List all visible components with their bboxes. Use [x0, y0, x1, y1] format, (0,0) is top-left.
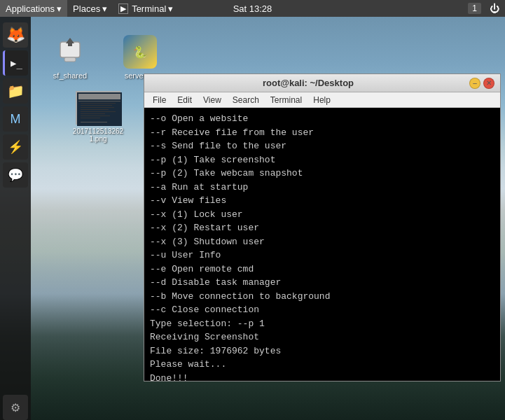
terminal-line-9: --x (3) Shutdown user: [150, 235, 494, 249]
terminal-line-14: --c Close connection: [150, 303, 494, 317]
terminal-close-button[interactable]: ✕: [483, 78, 494, 89]
svg-rect-13: [81, 115, 110, 116]
svg-rect-9: [81, 107, 114, 108]
terminal-menubar: File Edit View Search Terminal Help: [144, 92, 500, 108]
applications-label: Applications: [6, 4, 55, 14]
terminal-minimize-button[interactable]: –: [469, 78, 480, 89]
term-menu-edit[interactable]: Edit: [172, 92, 198, 108]
desktop: Applications ▾ Places ▾ ▶ Terminal ▾ Sat…: [0, 0, 505, 420]
taskbar-terminal[interactable]: ▶_: [3, 50, 28, 76]
terminal-line-0: --o Open a website: [150, 112, 494, 126]
terminal-chevron: ▾: [168, 4, 173, 14]
python-icon: 🐍: [123, 35, 157, 69]
sf-shared-icon-img: [53, 35, 87, 69]
taskbar-text-editor[interactable]: M: [3, 106, 28, 132]
terminal-line-2: --s Send file to the user: [150, 139, 494, 153]
terminal-menu-label: Terminal: [132, 4, 166, 14]
terminal-title: root@kali: ~/Desktop: [150, 78, 466, 88]
server-py-icon-img: 🐍: [123, 35, 157, 69]
applications-chevron: ▾: [57, 4, 62, 14]
terminal-line-11: --e Open remote cmd: [150, 262, 494, 276]
terminal-line-21: Done!!!: [150, 372, 494, 382]
svg-rect-1: [64, 57, 76, 62]
screenshot-preview: [76, 91, 120, 125]
svg-rect-7: [81, 103, 116, 104]
terminal-line-19: File size: 1976962 bytes: [150, 344, 494, 358]
svg-marker-2: [66, 38, 74, 43]
svg-rect-11: [81, 111, 116, 112]
svg-rect-14: [81, 118, 100, 118]
desktop-icon-sf-shared[interactable]: sf_shared: [42, 35, 98, 80]
terminal-line-18: Receiving Screenshot: [150, 330, 494, 344]
svg-rect-6: [78, 101, 120, 102]
terminal-line-13: --b Move connection to background: [150, 290, 494, 304]
terminal-line-7: --x (1) Lock user: [150, 208, 494, 222]
term-menu-terminal[interactable]: Terminal: [265, 92, 307, 108]
menubar: Applications ▾ Places ▾ ▶ Terminal ▾ Sat…: [0, 0, 505, 17]
term-menu-search[interactable]: Search: [227, 92, 265, 108]
clock: Sat 13:28: [233, 4, 272, 14]
terminal-line-8: --x (2) Restart user: [150, 221, 494, 235]
terminal-menu[interactable]: ▶ Terminal ▾: [113, 0, 179, 17]
screenshot-thumbnail[interactable]: 20171125132621.png: [70, 91, 126, 144]
svg-rect-5: [78, 94, 120, 99]
terminal-line-6: --v View files: [150, 194, 494, 208]
taskbar-files[interactable]: 📁: [3, 78, 28, 104]
terminal-line-12: --d Disable task manager: [150, 276, 494, 290]
term-menu-file[interactable]: File: [147, 92, 172, 108]
term-menu-view[interactable]: View: [198, 92, 227, 108]
svg-rect-12: [81, 113, 105, 114]
applications-menu[interactable]: Applications ▾: [0, 0, 67, 17]
terminal-line-3: --p (1) Take screenshot: [150, 153, 494, 167]
svg-rect-3: [68, 43, 72, 46]
svg-rect-10: [81, 109, 109, 110]
places-label: Places: [73, 4, 100, 14]
terminal-line-4: --p (2) Take webcam snapshot: [150, 167, 494, 181]
screenshot-label: 20171125132621.png: [70, 127, 126, 144]
term-menu-help[interactable]: Help: [307, 92, 336, 108]
menubar-right: 1 ⏻: [468, 3, 499, 14]
terminal-icon-small: ▶: [118, 4, 128, 14]
terminal-line-5: --a Run at startup: [150, 181, 494, 195]
taskbar-burp[interactable]: ⚡: [3, 134, 28, 160]
taskbar-chat[interactable]: 💬: [3, 162, 28, 188]
places-menu[interactable]: Places ▾: [67, 0, 113, 17]
sf-shared-label: sf_shared: [51, 71, 89, 80]
terminal-line-16: Type selection: --p 1: [150, 317, 494, 331]
terminal-line-20: Please wait...: [150, 358, 494, 372]
screenshot-svg: [77, 92, 122, 126]
taskbar-settings[interactable]: ⚙: [3, 395, 28, 420]
taskbar: 🦊 ▶_ 📁 M ⚡ 💬 ⚙: [0, 17, 31, 420]
svg-rect-15: [81, 122, 107, 122]
taskbar-firefox[interactable]: 🦊: [3, 22, 28, 48]
terminal-line-1: --r Receive file from the user: [150, 126, 494, 140]
terminal-window: root@kali: ~/Desktop – ✕ File Edit View …: [144, 74, 501, 382]
power-icon[interactable]: ⏻: [490, 3, 499, 14]
places-chevron: ▾: [102, 4, 107, 14]
svg-rect-8: [81, 105, 112, 106]
terminal-body[interactable]: --o Open a website--r Receive file from …: [144, 108, 500, 381]
terminal-titlebar: root@kali: ~/Desktop – ✕: [144, 74, 500, 92]
workspace-indicator: 1: [468, 3, 481, 14]
terminal-line-10: --u User Info: [150, 248, 494, 262]
usb-drive-svg: [55, 36, 85, 67]
